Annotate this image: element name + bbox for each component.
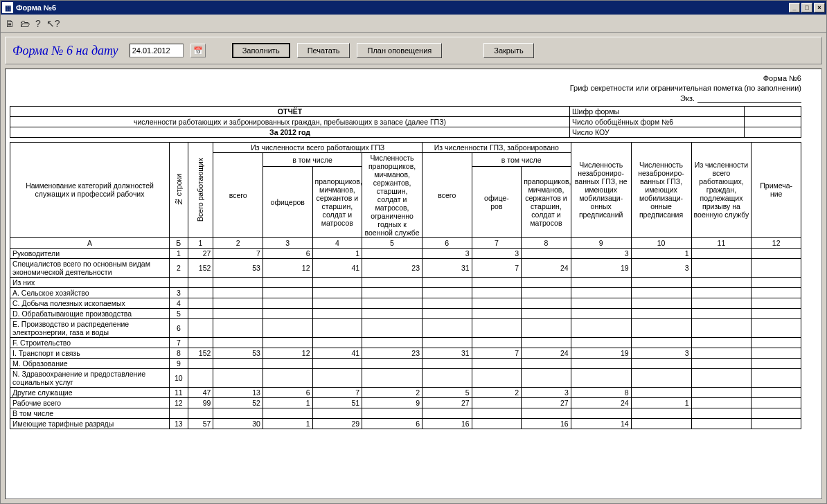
cell (631, 318, 691, 337)
cell (752, 287, 801, 298)
table-row[interactable]: N. Здравоохранение и предоставление соци… (10, 368, 801, 387)
cell (571, 368, 631, 387)
col-2: 2 (213, 237, 263, 248)
cell (423, 287, 472, 298)
cell: 7 (213, 248, 263, 258)
table-row[interactable]: C. Добыча полезных ископаемых4 (10, 298, 801, 308)
cell (522, 308, 571, 318)
cell: 99 (188, 397, 213, 408)
row-name: В том числе (10, 408, 170, 418)
cell: 7 (472, 348, 522, 358)
cell (631, 337, 691, 348)
close-form-button[interactable]: Закрыть (483, 43, 533, 58)
row-no: 5 (170, 308, 188, 318)
cell (571, 308, 631, 318)
cell (423, 298, 472, 308)
row-no: 10 (170, 368, 188, 387)
cell: 19 (571, 258, 631, 277)
ekz-line (697, 95, 801, 103)
table-row[interactable]: E. Производство и распределение электроэ… (10, 318, 801, 337)
minimize-button[interactable]: _ (789, 3, 800, 12)
cell: 23 (362, 258, 423, 277)
kou-value (745, 127, 801, 137)
cell (522, 368, 571, 387)
maximize-button[interactable]: □ (801, 3, 812, 12)
cell (752, 248, 801, 258)
cell (631, 287, 691, 298)
fill-button[interactable]: Заполнить (232, 43, 290, 58)
close-button[interactable]: × (814, 3, 825, 12)
report-subtitle: численности работающих и забронированных… (10, 116, 570, 127)
cell (631, 368, 691, 387)
plan-button[interactable]: План оповещения (357, 43, 442, 58)
cell (752, 418, 801, 429)
cell: 1 (312, 248, 362, 258)
cell: 24 (522, 258, 571, 277)
save-icon[interactable]: 🗎 (5, 18, 15, 29)
table-row[interactable]: M. Образование9 (10, 358, 801, 368)
row-no: 7 (170, 337, 188, 348)
cell: 29 (312, 418, 362, 429)
cell (691, 248, 752, 258)
row-name: C. Добыча полезных ископаемых (10, 298, 170, 308)
col-3: 3 (263, 237, 312, 248)
cell: 13 (213, 387, 263, 397)
table-row[interactable]: Руководители1277613331 (10, 248, 801, 258)
cell (472, 368, 522, 387)
table-row[interactable]: Специалистов всего по основным видам эко… (10, 258, 801, 277)
cell (571, 287, 631, 298)
cell (472, 337, 522, 348)
cell: 41 (312, 348, 362, 358)
cell (472, 358, 522, 368)
pointer-icon[interactable]: ↖? (46, 18, 60, 29)
cell (522, 277, 571, 287)
row-name: N. Здравоохранение и предоставление соци… (10, 368, 170, 387)
col-A: А (10, 237, 170, 248)
row-no: 1 (170, 248, 188, 258)
print-button[interactable]: Печатать (297, 43, 350, 58)
table-row[interactable]: Имеющие тарифные разряды1357301296161614 (10, 418, 801, 429)
cell: 14 (571, 418, 631, 429)
table-row[interactable]: A. Сельское хозяйство3 (10, 287, 801, 298)
row-name: A. Сельское хозяйство (10, 287, 170, 298)
row-name: F. Строительство (10, 337, 170, 348)
help-icon[interactable]: ? (35, 18, 41, 29)
table-row[interactable]: D. Обрабатывающие производства5 (10, 308, 801, 318)
cell (188, 408, 213, 418)
cell (752, 387, 801, 397)
table-row[interactable]: F. Строительство7 (10, 337, 801, 348)
table-row[interactable]: Рабочие всего12995215192727241 (10, 397, 801, 408)
cell: 7 (472, 258, 522, 277)
cell (188, 358, 213, 368)
window-title: Форма №6 (16, 3, 56, 12)
date-input[interactable] (130, 44, 184, 57)
document-area[interactable]: Форма №6 Гриф секретности или ограничите… (5, 69, 822, 499)
cell (752, 298, 801, 308)
row-no: 9 (170, 358, 188, 368)
cell (691, 337, 752, 348)
cell: 27 (188, 248, 213, 258)
open-icon[interactable]: 🗁 (20, 18, 30, 29)
cell: 3 (631, 258, 691, 277)
cell (752, 308, 801, 318)
cell (752, 348, 801, 358)
cell (362, 248, 423, 258)
table-row[interactable]: В том числе (10, 408, 801, 418)
cell (472, 408, 522, 418)
col-B: Б (170, 237, 188, 248)
table-row[interactable]: Другие служащие1147136725238 (10, 387, 801, 397)
cell (631, 308, 691, 318)
cell (188, 287, 213, 298)
row-name: Специалистов всего по основным видам эко… (10, 258, 170, 277)
table-row[interactable]: Из них (10, 277, 801, 287)
cell (362, 308, 423, 318)
cell (522, 298, 571, 308)
table-row[interactable]: I. Транспорт и связь81525312412331724193 (10, 348, 801, 358)
cell (423, 337, 472, 348)
cell (522, 408, 571, 418)
col-10: 10 (631, 237, 691, 248)
cell (423, 277, 472, 287)
app-icon: ▦ (2, 2, 13, 13)
calendar-button[interactable]: 📅 (190, 44, 206, 57)
cell: 3 (571, 248, 631, 258)
